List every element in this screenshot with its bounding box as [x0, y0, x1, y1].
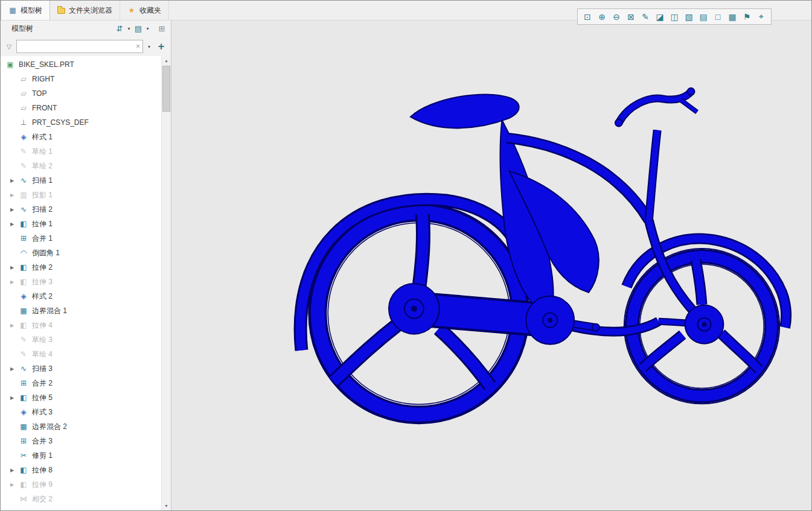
clear-search-icon[interactable]: × [136, 42, 140, 51]
tree-item[interactable]: ▶ ◧ 拉伸 5 [1, 390, 161, 405]
tree-columns-icon[interactable]: ▤ [133, 24, 144, 34]
fork[interactable] [649, 130, 701, 319]
repaint-icon[interactable]: ✎ [639, 10, 652, 24]
tree-item[interactable]: ▱ FRONT [1, 101, 161, 115]
tree-item[interactable]: ⋈ 相交 2 [1, 492, 161, 506]
tab-favorites[interactable]: ★ 收藏夹 [120, 1, 169, 20]
expand-arrow-icon[interactable]: ▶ [10, 323, 19, 328]
rear-hub[interactable] [389, 284, 440, 334]
tree-item[interactable]: ▶ ◧ 拉伸 1 [1, 217, 161, 231]
extrude-icon: ◧ [19, 466, 28, 474]
scroll-down-icon[interactable]: ▼ [162, 501, 171, 510]
tree-item[interactable]: ▦ 边界混合 1 [1, 303, 161, 318]
tree-item[interactable]: ▣ BIKE_SKEL.PRT [1, 57, 161, 72]
scroll-up-icon[interactable]: ▲ [162, 56, 171, 65]
refit-icon[interactable]: ⊠ [624, 10, 638, 24]
tree-item[interactable]: ✎ 草绘 3 [1, 332, 161, 347]
zoom-in-icon[interactable]: ⊕ [595, 10, 609, 24]
tab-folder-browser[interactable]: 文件夹浏览器 [50, 1, 120, 20]
tree-item[interactable]: ◠ 倒圆角 1 [1, 246, 161, 260]
panel-settings-icon[interactable]: ⊞ [156, 24, 167, 34]
sketch-icon: ✎ [19, 147, 28, 156]
expand-arrow-icon[interactable]: ▶ [10, 468, 19, 473]
front-hub[interactable] [685, 305, 724, 344]
tree-item[interactable]: ▶ ◧ 拉伸 4 [1, 318, 161, 332]
tree-item[interactable]: ⊞ 合并 2 [1, 376, 161, 390]
model-tree-header-icons: ⇵▾▤▾⊞ [114, 24, 167, 34]
tree-item[interactable]: ▦ 边界混合 2 [1, 419, 161, 434]
tree-item[interactable]: ◈ 样式 1 [1, 130, 161, 144]
expand-arrow-icon[interactable]: ▶ [10, 395, 19, 401]
tree-item[interactable]: ✎ 草绘 2 [1, 159, 161, 173]
tree-scrollbar[interactable]: ▲ ▼ [161, 56, 171, 510]
sketch-icon: ✎ [19, 162, 28, 170]
tree-item-label: 投影 1 [32, 190, 53, 200]
tab-model-tree[interactable]: ▦ 模型树 [1, 1, 50, 20]
expand-arrow-icon[interactable]: ▶ [10, 366, 19, 372]
tree-item[interactable]: ✎ 草绘 1 [1, 144, 161, 159]
tree-item[interactable]: ◈ 样式 2 [1, 289, 161, 303]
expand-arrow-icon[interactable]: ▶ [10, 265, 19, 270]
expand-arrow-icon[interactable]: ▶ [10, 279, 19, 285]
annotation-display-icon[interactable]: ⚑ [740, 10, 753, 24]
expand-arrow-icon[interactable]: ▶ [10, 221, 19, 227]
tree-item[interactable]: ▶ ▥ 投影 1 [1, 188, 161, 202]
saved-orientations-icon[interactable]: ▧ [682, 10, 695, 24]
tree-filter-caret-icon[interactable]: ▾ [126, 24, 132, 34]
expand-arrow-icon[interactable]: ▶ [10, 207, 19, 212]
zoom-region-icon[interactable]: ⊡ [581, 10, 594, 24]
round-icon: ◠ [19, 249, 28, 257]
view-manager-icon[interactable]: ▤ [697, 10, 710, 24]
expand-arrow-icon[interactable]: ▶ [10, 178, 19, 183]
frame[interactable] [500, 120, 703, 332]
display-style-icon[interactable]: ◪ [653, 10, 667, 24]
tree-item[interactable]: ▶ ∿ 扫描 1 [1, 173, 161, 188]
tree-item-label: RIGHT [32, 75, 54, 83]
add-filter-button[interactable]: + [155, 40, 167, 52]
tree-item-label: 边界混合 2 [32, 422, 67, 432]
model-tree-container: ▣ BIKE_SKEL.PRT ▱ RIGHT ▱ TOP ▱ FRONT ⊥ … [1, 56, 171, 510]
graphics-toolbar: ⊡⊕⊖⊠✎◪◫▧▤□▦⚑⌖ [577, 8, 772, 25]
tree-item[interactable]: ▱ RIGHT [1, 72, 161, 86]
zoom-out-icon[interactable]: ⊖ [610, 10, 623, 24]
style-icon: ◈ [19, 408, 28, 416]
tree-filter-icon[interactable]: ⇵ [114, 24, 125, 34]
tree-columns-caret-icon[interactable]: ▾ [144, 24, 151, 34]
3d-model-canvas[interactable] [172, 21, 811, 510]
tree-item-label: TOP [32, 89, 46, 98]
crank[interactable] [526, 296, 599, 344]
search-input[interactable] [16, 40, 143, 53]
section-icon[interactable]: ◫ [668, 10, 681, 24]
tree-item[interactable]: ▶ ◧ 拉伸 2 [1, 260, 161, 275]
handlebar[interactable] [615, 88, 697, 127]
extrude-icon: ◧ [19, 220, 28, 228]
tree-item[interactable]: ▶ ∿ 扫描 2 [1, 202, 161, 217]
capture-icon[interactable]: □ [711, 10, 724, 24]
bike-model[interactable] [301, 88, 787, 424]
tree-item[interactable]: ✎ 草绘 4 [1, 347, 161, 361]
tree-item[interactable]: ▶ ∿ 扫描 3 [1, 361, 161, 376]
tree-item[interactable]: ◈ 样式 3 [1, 405, 161, 419]
tree-item[interactable]: ▶ ◧ 拉伸 9 [1, 477, 161, 492]
tree-item[interactable]: ⊞ 合并 3 [1, 434, 161, 448]
expand-arrow-icon[interactable]: ▶ [10, 482, 19, 487]
graphics-area[interactable] [172, 21, 811, 510]
tree-item-label: 扫描 2 [32, 205, 53, 215]
trim-icon: ✂ [19, 451, 28, 460]
search-dropdown-icon[interactable]: ▾ [145, 44, 153, 49]
style-icon: ◈ [19, 133, 28, 141]
extrude-icon: ◧ [19, 321, 28, 329]
tree-item-label: 样式 2 [32, 291, 53, 302]
tree-item[interactable]: ⊞ 合并 1 [1, 231, 161, 246]
tree-item-label: 倒圆角 1 [32, 248, 60, 258]
expand-arrow-icon[interactable]: ▶ [10, 192, 19, 198]
tree-item[interactable]: ▱ TOP [1, 86, 161, 101]
tree-item-label: 草绘 1 [32, 147, 53, 157]
tree-item[interactable]: ▶ ◧ 拉伸 8 [1, 463, 161, 477]
tree-item[interactable]: ▶ ◧ 拉伸 3 [1, 275, 161, 289]
datum-display-icon[interactable]: ▦ [726, 10, 739, 24]
scrollbar-thumb[interactable] [162, 66, 170, 112]
spin-center-icon[interactable]: ⌖ [755, 10, 768, 24]
tree-item[interactable]: ⊥ PRT_CSYS_DEF [1, 115, 161, 130]
tree-item[interactable]: ✂ 修剪 1 [1, 448, 161, 463]
